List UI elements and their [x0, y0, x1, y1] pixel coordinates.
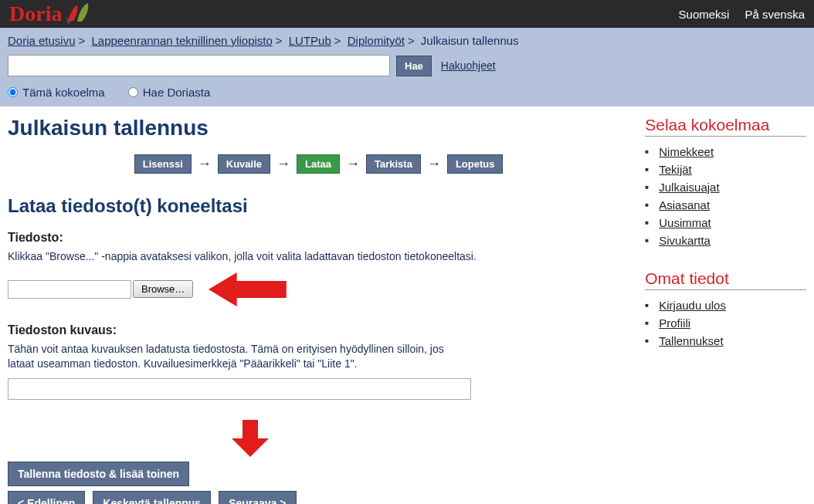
arrow-right-icon: →	[346, 156, 360, 172]
arrow-right-icon: →	[276, 156, 290, 172]
sidebar-browse-list: Nimekkeet Tekijät Julkaisuajat Asiasanat…	[645, 143, 806, 249]
sidebar: Selaa kokoelmaa Nimekkeet Tekijät Julkai…	[645, 116, 806, 504]
logo[interactable]: Doria	[9, 2, 94, 26]
search-row: Hae Hakuohjeet	[8, 55, 806, 76]
save-add-button[interactable]: Tallenna tiedosto & lisää toinen	[8, 462, 189, 486]
file-path-input[interactable]	[8, 280, 131, 299]
previous-button[interactable]: < Edellinen	[8, 491, 85, 504]
sidebar-account-heading: Omat tiedot	[645, 269, 806, 290]
file-label: Tiedosto:	[8, 231, 629, 245]
breadcrumb-link[interactable]: Diplomityöt	[348, 34, 405, 47]
browse-button[interactable]: Browse…	[133, 280, 193, 298]
red-arrow-left-icon	[209, 271, 293, 308]
section-title: Lataa tiedosto(t) koneeltasi	[8, 195, 629, 217]
sidebar-item: Profiili	[659, 314, 806, 332]
sidebar-item: Asiasanat	[659, 196, 806, 214]
arrow-right-icon: →	[427, 156, 441, 172]
lang-sv-link[interactable]: På svenska	[744, 8, 805, 21]
breadcrumb-link[interactable]: LUTPub	[289, 34, 331, 47]
description-label: Tiedoston kuvaus:	[8, 323, 629, 337]
breadcrumb-link[interactable]: Doria etusivu	[8, 34, 76, 47]
search-button[interactable]: Hae	[396, 56, 432, 76]
sidebar-browse-heading: Selaa kokoelmaa	[645, 116, 806, 137]
sidebar-link-subjects[interactable]: Asiasanat	[659, 198, 710, 211]
search-input[interactable]	[8, 55, 390, 76]
file-input-row: Browse…	[8, 271, 629, 308]
sidebar-item: Tekijät	[659, 161, 806, 178]
radio-all-input[interactable]	[128, 87, 138, 97]
sidebar-link-recent[interactable]: Uusimmat	[659, 216, 711, 229]
sidebar-link-submissions[interactable]: Tallennukset	[659, 334, 723, 347]
sidebar-item: Tallennukset	[659, 332, 806, 350]
breadcrumb-current: Julkaisun tallennus	[421, 34, 519, 47]
file-help-text: Klikkaa "Browse..." -nappia avataksesi v…	[8, 249, 510, 265]
subheader: Doria etusivu> Lappeenrannan teknillinen…	[0, 28, 814, 107]
next-button[interactable]: Seuraava >	[219, 491, 296, 504]
nav-button-row: < Edellinen Keskeytä tallennus Seuraava …	[8, 491, 629, 504]
step-upload[interactable]: Lataa	[297, 154, 340, 174]
sidebar-link-dates[interactable]: Julkaisuajat	[659, 181, 719, 194]
step-describe[interactable]: Kuvaile	[218, 154, 270, 174]
radio-this-collection[interactable]: Tämä kokoelma	[8, 86, 105, 99]
sidebar-item: Kirjaudu ulos	[659, 296, 806, 314]
breadcrumb: Doria etusivu> Lappeenrannan teknillinen…	[8, 34, 806, 47]
step-verify[interactable]: Tarkista	[366, 154, 421, 174]
description-input[interactable]	[8, 378, 471, 400]
sidebar-item: Sivukartta	[659, 232, 806, 249]
logo-text: Doria	[9, 2, 62, 26]
topbar: Doria Suomeksi På svenska	[0, 0, 814, 28]
search-help-link[interactable]: Hakuohjeet	[441, 59, 496, 72]
step-license[interactable]: Lisenssi	[134, 154, 192, 174]
radio-this-input[interactable]	[8, 87, 18, 97]
svg-marker-0	[209, 272, 287, 306]
sidebar-link-authors[interactable]: Tekijät	[659, 163, 692, 176]
sidebar-link-logout[interactable]: Kirjaudu ulos	[659, 299, 726, 312]
step-finish[interactable]: Lopetus	[447, 154, 504, 174]
sidebar-link-sitemap[interactable]: Sivukartta	[659, 234, 711, 247]
svg-marker-1	[232, 420, 269, 457]
description-help-text: Tähän voit antaa kuvauksen ladatusta tie…	[8, 342, 471, 372]
sidebar-account-list: Kirjaudu ulos Profiili Tallennukset	[645, 296, 806, 350]
cancel-button[interactable]: Keskeytä tallennus	[93, 491, 211, 504]
radio-all-doria[interactable]: Hae Doriasta	[128, 86, 211, 99]
leaf-icon	[63, 2, 94, 26]
lang-fi-link[interactable]: Suomeksi	[679, 8, 730, 21]
language-switcher: Suomeksi På svenska	[679, 8, 805, 21]
step-trail: Lisenssi → Kuvaile → Lataa → Tarkista → …	[8, 154, 629, 174]
breadcrumb-link[interactable]: Lappeenrannan teknillinen yliopisto	[91, 34, 272, 47]
search-scope: Tämä kokoelma Hae Doriasta	[8, 86, 806, 99]
main-content: Julkaisun tallennus Lisenssi → Kuvaile →…	[8, 116, 629, 504]
arrow-right-icon: →	[198, 156, 212, 172]
sidebar-item: Julkaisuajat	[659, 178, 806, 196]
sidebar-item: Nimekkeet	[659, 143, 806, 161]
sidebar-link-titles[interactable]: Nimekkeet	[659, 145, 714, 158]
red-arrow-down-icon	[232, 420, 269, 457]
page-title: Julkaisun tallennus	[8, 116, 629, 140]
sidebar-item: Uusimmat	[659, 214, 806, 232]
sidebar-link-profile[interactable]: Profiili	[659, 316, 690, 330]
